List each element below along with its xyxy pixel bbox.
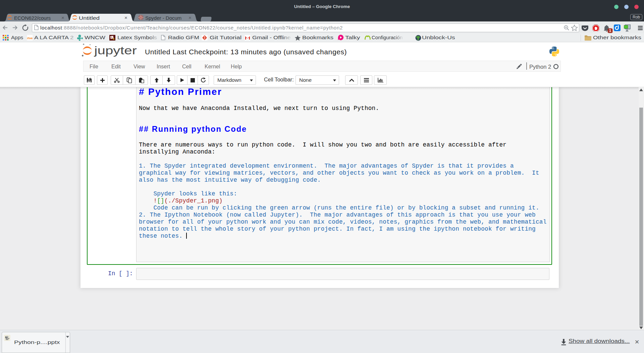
svg-text:1: 1 — [609, 28, 611, 33]
svg-text:rtve: rtve — [27, 37, 33, 40]
